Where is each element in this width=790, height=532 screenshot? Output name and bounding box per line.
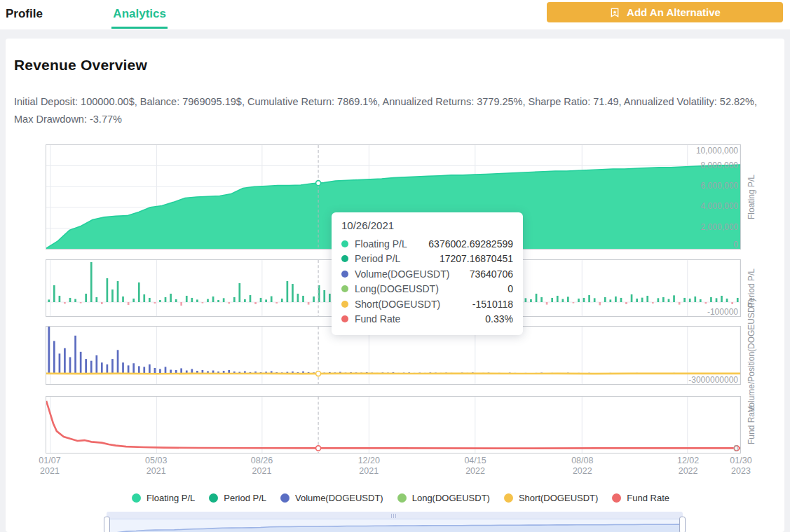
bookmark-star-icon — [609, 7, 620, 18]
legend-item-volume[interactable]: Volume(DOGEUSDT) — [280, 493, 383, 503]
series-dot — [341, 271, 348, 278]
y-axis-label: 10,000,000 — [696, 146, 738, 156]
x-axis-tick-label: 08/082022 — [554, 456, 611, 477]
x-axis-tick-label: 01/302023 — [713, 456, 769, 477]
tab-analytics[interactable]: Analytics — [113, 0, 166, 28]
y-axis-label: 0 — [733, 444, 738, 453]
series-dot — [341, 255, 348, 262]
x-axis-tick-label: 01/072021 — [22, 456, 78, 477]
tab-profile[interactable]: Profile — [6, 0, 43, 28]
data-zoom-right-handle[interactable] — [679, 517, 686, 532]
y-axis-label: 2,000,000 — [701, 222, 738, 232]
volume-position-canvas — [46, 327, 740, 384]
legend-dot — [132, 493, 141, 503]
hover-marker — [316, 180, 321, 185]
legend-item-period-pl[interactable]: Period P/L — [209, 493, 266, 503]
y-axis-label: -3000000000 — [688, 375, 738, 385]
legend-dot — [397, 493, 407, 503]
y-axis-label: -100000 — [707, 307, 738, 317]
data-zoom-left-handle[interactable] — [104, 517, 110, 532]
add-button-label: Add An Alternative — [627, 6, 721, 18]
legend-item-floating-pl[interactable]: Floating P/L — [132, 493, 195, 503]
axis-name-floating-pl: Floating P/L — [742, 144, 762, 250]
x-axis-tick-label: 12/202021 — [341, 456, 397, 477]
chart-legend: Floating P/L Period P/L Volume(DOGEUSDT)… — [6, 493, 790, 503]
tooltip-row: Volume(DOGEUSDT)73640706 — [341, 266, 513, 282]
legend-dot — [209, 493, 218, 503]
tooltip-date: 10/26/2021 — [341, 219, 513, 231]
series-dot — [341, 240, 348, 247]
x-axis-tick-label: 12/022022 — [660, 456, 716, 477]
data-zoom-mini-chart — [107, 519, 682, 532]
axis-name-fund-rate: Fund Rate — [742, 396, 762, 453]
y-axis-label: 0 — [733, 240, 738, 250]
fund-rate-panel[interactable]: 0 — [46, 396, 741, 453]
y-axis-label: 8,000,000 — [701, 161, 738, 170]
axis-name-volume-position: Volume/Position (DOGEUSDT) — [742, 326, 762, 385]
stats-summary: Initial Deposit: 100000.00$, Balance: 79… — [6, 74, 780, 129]
tooltip-row: Floating P/L6376002.69282599 — [341, 236, 513, 252]
legend-item-long[interactable]: Long(DOGEUSDT) — [397, 493, 490, 503]
y-axis-label: 4,000,000 — [701, 201, 738, 211]
x-axis-tick-label: 08/262021 — [234, 456, 290, 477]
top-tab-bar: Profile Analytics Add An Alternative — [0, 0, 790, 29]
series-dot — [341, 315, 348, 322]
tooltip-row: Fund Rate0.33% — [341, 311, 513, 327]
tooltip-row: Long(DOGEUSDT)0 — [341, 281, 513, 296]
y-axis-label: 6,000,000 — [701, 181, 738, 191]
legend-dot — [504, 493, 513, 503]
data-zoom-slider[interactable] — [104, 512, 686, 532]
add-an-alternative-button[interactable]: Add An Alternative — [547, 2, 783, 22]
revenue-overview-card: Revenue Overview Initial Deposit: 100000… — [6, 39, 784, 532]
series-dot — [341, 285, 348, 292]
legend-dot — [612, 493, 621, 503]
legend-item-fund-rate[interactable]: Fund Rate — [612, 493, 669, 503]
chart-region: 10,000,0008,000,0006,000,0004,000,0002,0… — [6, 140, 784, 532]
x-axis-tick-label: 04/152022 — [447, 456, 503, 477]
tooltip-row: Short(DOGEUSDT)-1510118 — [341, 296, 513, 312]
x-axis-tick-label: 05/032021 — [128, 456, 184, 477]
legend-item-short[interactable]: Short(DOGEUSDT) — [504, 493, 598, 503]
hover-marker — [316, 446, 321, 451]
tooltip-row: Period P/L17207.16870451 — [341, 251, 513, 266]
hover-marker — [316, 371, 321, 376]
x-axis-labels: 01/07202105/03202108/26202112/20202104/1… — [6, 456, 790, 479]
data-zoom-grip-icon[interactable] — [391, 514, 398, 518]
data-zoom-preview[interactable] — [107, 519, 683, 532]
legend-dot — [280, 493, 290, 503]
page-title: Revenue Overview — [6, 39, 784, 74]
chart-tooltip: 10/26/2021 Floating P/L6376002.69282599 … — [332, 212, 523, 335]
series-dot — [341, 301, 348, 308]
fund-rate-canvas — [46, 397, 740, 453]
